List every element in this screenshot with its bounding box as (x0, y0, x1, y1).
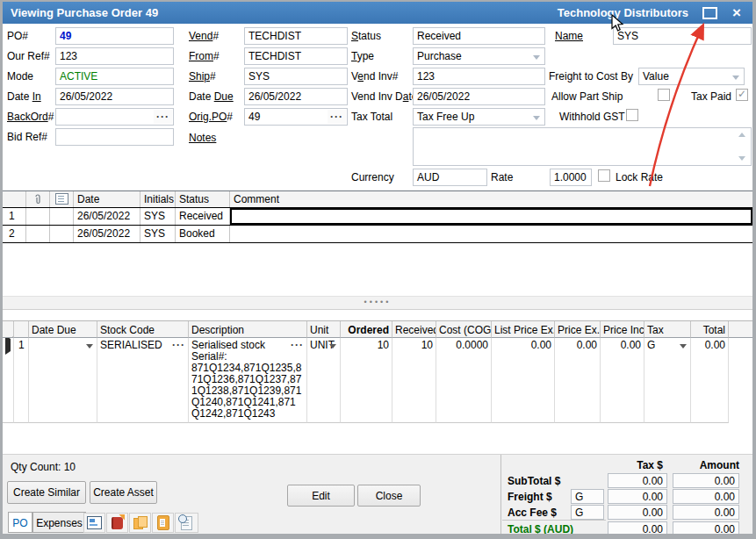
unit-column-header[interactable]: Unit (307, 321, 341, 338)
orig-po-field[interactable]: 49··· (244, 108, 348, 126)
from-field[interactable]: TECHDIST (244, 47, 348, 65)
freight-amount-field[interactable]: 0.00 (673, 489, 739, 504)
from-label[interactable]: From# (189, 50, 220, 62)
book-button[interactable] (106, 513, 128, 533)
our-ref-field[interactable]: 123 (55, 47, 174, 65)
unit-cell[interactable]: UNIT (307, 338, 341, 423)
note-cell[interactable] (50, 208, 74, 225)
status-cell[interactable]: Received (176, 208, 230, 225)
withhold-gst-checkbox[interactable] (626, 109, 638, 121)
clipboard-button[interactable] (152, 513, 174, 533)
status-row-1[interactable]: 1 26/05/2022 SYS Received (3, 208, 752, 226)
po-field[interactable]: 49 (55, 27, 174, 45)
date-in-label[interactable]: Date In (7, 90, 41, 103)
tax-total-combo[interactable]: Tax Free Up (413, 108, 545, 126)
total-column-header[interactable]: Total (691, 321, 729, 338)
maximize-button[interactable] (702, 7, 717, 19)
type-combo[interactable]: Purchase (413, 47, 545, 65)
freight-tax-code-field[interactable]: G (571, 489, 604, 504)
header-filler (729, 321, 752, 338)
create-asset-button[interactable]: Create Asset (90, 481, 157, 504)
allow-part-ship-checkbox[interactable] (658, 89, 670, 101)
copy-button[interactable] (129, 513, 151, 533)
status-cell[interactable]: Booked (176, 226, 230, 242)
price-ex-column-header[interactable]: Price Ex. (555, 321, 601, 338)
name-label[interactable]: Name (555, 30, 583, 42)
bid-ref-field[interactable] (55, 128, 174, 146)
backord-field[interactable]: ··· (55, 108, 174, 126)
date-due-cell[interactable] (29, 338, 97, 423)
freight-cost-by-combo[interactable]: Value (638, 68, 745, 85)
initials-cell[interactable]: SYS (140, 208, 176, 225)
ship-label[interactable]: Ship# (189, 70, 216, 83)
tax-paid-checkbox[interactable]: ✓ (736, 89, 748, 101)
list-price-cell[interactable]: 0.00 (492, 338, 555, 423)
description-column-header[interactable]: Description (189, 321, 307, 338)
tab-po[interactable]: PO (8, 512, 32, 533)
date-due-field[interactable]: 26/05/2022 (244, 88, 348, 105)
currency-field[interactable]: AUD (413, 169, 487, 186)
vend-inv-field[interactable]: 123 (413, 68, 545, 85)
orig-po-browse-button[interactable]: ··· (328, 110, 346, 124)
total-cell[interactable]: 0.00 (691, 338, 729, 423)
backord-label[interactable]: BackOrd# (7, 111, 54, 123)
notes-label[interactable]: Notes (189, 132, 216, 144)
note-cell[interactable] (50, 226, 74, 242)
cost-column-header[interactable]: Cost (COG) (436, 321, 492, 338)
date-due-column-header[interactable]: Date Due (29, 321, 97, 338)
close-action-button[interactable]: Close (357, 485, 421, 507)
acc-fee-tax-code-field[interactable]: G (571, 505, 604, 520)
date-cell[interactable]: 26/05/2022 (74, 208, 140, 225)
edit-button[interactable]: Edit (287, 485, 355, 507)
backord-browse-button[interactable]: ··· (154, 110, 172, 124)
create-similar-button[interactable]: Create Similar (7, 481, 86, 504)
price-inc-column-header[interactable]: Price Inc. (601, 321, 644, 338)
vend-inv-date-field[interactable]: 26/05/2022 (413, 88, 545, 105)
status-row-2[interactable]: 2 26/05/2022 SYS Booked (3, 226, 752, 243)
mode-field[interactable]: ACTIVE (55, 68, 174, 85)
received-column-header[interactable]: Received (392, 321, 436, 338)
acc-fee-amount-field[interactable]: 0.00 (673, 505, 739, 520)
cost-cell[interactable]: 0.0000 (436, 338, 492, 423)
rate-field[interactable]: 1.0000 (550, 169, 592, 186)
comment-cell-selected[interactable] (230, 208, 752, 225)
vend-label[interactable]: Vend# (189, 30, 219, 42)
tax-column-header[interactable]: Tax (644, 321, 691, 338)
select-all-header[interactable] (3, 321, 14, 338)
date-due-label[interactable]: Date Due (189, 90, 234, 103)
date-in-field[interactable]: 26/05/2022 (55, 88, 174, 105)
ordered-column-header[interactable]: Ordered (341, 321, 392, 338)
attachment-cell[interactable] (26, 208, 50, 225)
date-cell[interactable]: 26/05/2022 (74, 226, 140, 242)
vend-field[interactable]: TECHDIST (244, 27, 348, 45)
price-ex-cell[interactable]: 0.00 (555, 338, 601, 423)
report-button[interactable] (83, 513, 105, 533)
ship-field[interactable]: SYS (244, 68, 348, 85)
tax-cell[interactable]: G (644, 338, 691, 423)
description-browse-button[interactable]: ··· (291, 340, 304, 351)
notes-scroll-down-icon[interactable] (738, 156, 745, 161)
splitter-handle[interactable]: ••••• (3, 296, 752, 310)
price-inc-cell[interactable]: 0.00 (601, 338, 644, 423)
description-cell[interactable]: Serialised stock··· Serial#: 871Q1234,87… (189, 338, 307, 423)
received-cell[interactable]: 10 (392, 338, 436, 423)
history-button[interactable] (175, 513, 198, 533)
notes-field[interactable] (413, 127, 752, 166)
name-field[interactable]: SYS (613, 27, 752, 45)
list-price-column-header[interactable]: List Price Ex. (492, 321, 555, 338)
close-button[interactable]: × (732, 7, 741, 19)
comment-cell[interactable] (230, 226, 752, 242)
notes-scroll-up-icon[interactable] (738, 133, 745, 137)
lock-rate-checkbox[interactable] (598, 169, 610, 182)
stock-browse-button[interactable]: ··· (172, 340, 185, 351)
title-bar[interactable]: Viewing Purchase Order 49 Technology Dis… (3, 2, 752, 24)
ordered-cell[interactable]: 10 (341, 338, 392, 423)
orig-po-label[interactable]: Orig.PO# (189, 111, 233, 123)
status-field[interactable]: Received (413, 27, 545, 45)
stock-code-column-header[interactable]: Stock Code (97, 321, 189, 338)
tab-expenses[interactable]: Expenses (32, 512, 86, 533)
initials-cell[interactable]: SYS (140, 226, 176, 242)
order-line-row-1[interactable]: 1 SERIALISED··· Serialised stock··· Seri… (3, 338, 752, 423)
stock-code-cell[interactable]: SERIALISED··· (97, 338, 189, 423)
attachment-cell[interactable] (26, 226, 50, 242)
